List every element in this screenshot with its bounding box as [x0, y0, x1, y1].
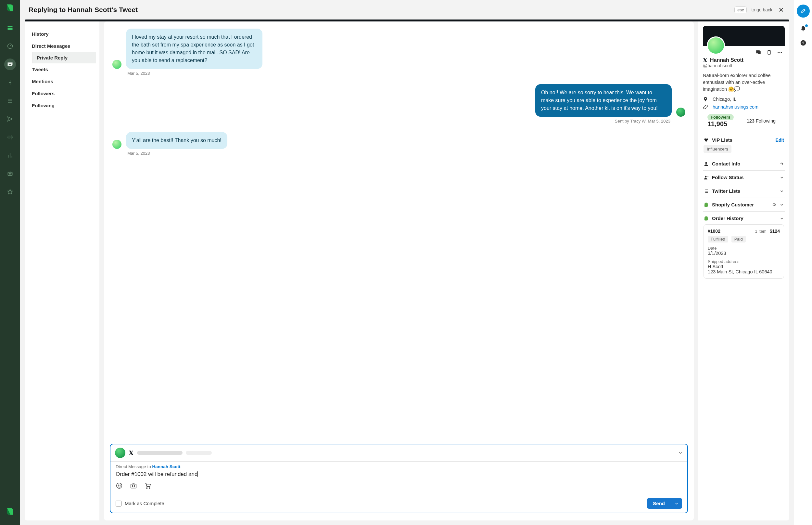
- nav-publishing-icon[interactable]: [4, 22, 16, 34]
- chevron-down-icon[interactable]: [678, 451, 683, 455]
- section-vip-lists: VIP Lists Edit Influencers: [703, 133, 785, 157]
- nav-listening-icon[interactable]: [4, 131, 16, 143]
- message-icon[interactable]: [755, 49, 761, 55]
- message-thread[interactable]: I loved my stay at your resort so much t…: [110, 29, 688, 444]
- following-label: Following: [756, 118, 776, 123]
- profile-location: Chicago, IL: [713, 96, 736, 102]
- conversation-tabs: History Direct Messages Private Reply Tw…: [25, 21, 99, 521]
- order-status-fulfilled: Fulfilled: [708, 236, 728, 242]
- order-card[interactable]: #1002 1 item $124 Fulfilled Paid Date 3/…: [703, 224, 784, 279]
- section-order-history: Order History #1002 1 item $124 Fulf: [703, 211, 785, 283]
- message-in: Y'all are the best!! Thank you so much!: [112, 132, 685, 149]
- esc-key-hint: esc: [734, 6, 747, 13]
- chevron-down-icon: [780, 189, 784, 193]
- person-icon: [703, 161, 709, 166]
- edit-link[interactable]: Edit: [776, 137, 784, 143]
- notification-badge: [805, 25, 808, 27]
- order-price: $124: [770, 228, 780, 234]
- profile-website-link[interactable]: hannahsmusings.com: [713, 104, 759, 109]
- section-twitter-lists[interactable]: Twitter Lists: [703, 184, 785, 198]
- context-recipient-link[interactable]: Hannah Scott: [152, 464, 181, 469]
- profile-name: Hannah Scott: [710, 57, 744, 63]
- more-options-icon[interactable]: [777, 49, 783, 55]
- clipboard-icon[interactable]: [766, 49, 772, 55]
- profile-website-row: hannahsmusings.com: [703, 104, 785, 109]
- nav-feeds-icon[interactable]: [4, 95, 16, 107]
- tab-followers[interactable]: Followers: [28, 88, 96, 100]
- order-item-count: 1 item: [755, 229, 766, 234]
- nav-pin-icon[interactable]: [4, 77, 16, 88]
- main-area: Replying to Hannah Scott's Tweet esc to …: [20, 0, 794, 525]
- nav-dashboard-icon[interactable]: [4, 40, 16, 52]
- svg-point-14: [780, 52, 781, 53]
- order-ship-label: Shipped address: [708, 259, 780, 264]
- message-out: Oh no!! We are so sorry to hear this. We…: [112, 84, 685, 117]
- compose-button[interactable]: [797, 4, 810, 17]
- emoji-picker-icon[interactable]: [115, 482, 123, 489]
- following-count: 123: [747, 118, 754, 123]
- message-in: I loved my stay at your resort so much t…: [112, 29, 685, 69]
- svg-point-10: [149, 487, 150, 489]
- section-title: Order History: [712, 215, 744, 221]
- camera-attachment-icon[interactable]: [130, 482, 137, 489]
- section-header[interactable]: VIP Lists Edit: [703, 137, 784, 143]
- svg-point-4: [116, 483, 122, 489]
- x-platform-icon: [129, 450, 134, 455]
- shopping-cart-icon[interactable]: [144, 482, 151, 489]
- close-icon[interactable]: [777, 5, 785, 14]
- profile-bio: Natural-born explorer and coffee enthusi…: [703, 72, 785, 93]
- x-platform-icon: [703, 58, 707, 62]
- contact-avatar-icon: [112, 140, 122, 149]
- svg-point-17: [705, 176, 706, 177]
- section-header[interactable]: Order History: [703, 215, 784, 221]
- tab-private-reply[interactable]: Private Reply: [32, 52, 96, 63]
- composer-footer: Mark as Complete Send: [110, 494, 687, 513]
- section-title: VIP Lists: [712, 137, 732, 143]
- vip-tag[interactable]: Influencers: [703, 145, 732, 153]
- svg-point-5: [118, 485, 119, 485]
- tab-following[interactable]: Following: [28, 100, 96, 111]
- svg-point-13: [778, 52, 779, 53]
- section-shopify-customer[interactable]: Shopify Customer: [703, 198, 785, 211]
- section-follow-status[interactable]: Follow Status: [703, 170, 785, 184]
- help-icon[interactable]: ?: [800, 40, 807, 46]
- gear-icon[interactable]: [771, 202, 776, 207]
- link-icon: [703, 104, 709, 109]
- message-timestamp: Mar 5, 2023: [127, 151, 685, 156]
- self-avatar-icon: [676, 108, 685, 117]
- diamond-icon: [703, 137, 709, 143]
- send-options-button[interactable]: [671, 498, 682, 509]
- main-nav-rail: [0, 0, 20, 525]
- following-stat: 123 Following: [747, 118, 776, 123]
- svg-point-15: [781, 52, 782, 53]
- notifications-icon[interactable]: [800, 25, 807, 32]
- utility-rail: ?: [794, 0, 812, 525]
- message-sent-by: Sent by Tracy W. Mar 5, 2023: [112, 119, 670, 123]
- nav-bot-icon[interactable]: [4, 168, 16, 179]
- mark-complete-checkbox[interactable]: Mark as Complete: [115, 500, 165, 507]
- section-contact-info[interactable]: Contact Info: [703, 157, 785, 170]
- reply-composer: Direct Message to Hannah Scott Order #10…: [110, 444, 688, 513]
- mark-complete-input[interactable]: [115, 500, 122, 507]
- send-button[interactable]: Send: [647, 498, 671, 509]
- tab-tweets[interactable]: Tweets: [28, 63, 96, 75]
- mark-complete-label: Mark as Complete: [125, 500, 165, 506]
- composer-textarea[interactable]: Order #1002 will be refunded and: [110, 469, 687, 482]
- nav-send-icon[interactable]: [4, 113, 16, 125]
- follow-icon: [703, 175, 709, 180]
- contact-avatar-icon: [112, 60, 122, 69]
- composer-header[interactable]: [110, 445, 687, 461]
- profile-location-row: Chicago, IL: [703, 96, 785, 102]
- account-placeholder: [186, 451, 212, 455]
- profile-panel: Hannah Scott @hannahscott Natural-born e…: [698, 21, 789, 521]
- sprout-footer-logo-icon: [5, 507, 15, 516]
- message-bubble: I loved my stay at your resort so much t…: [126, 29, 263, 69]
- tab-direct-messages[interactable]: Direct Messages: [28, 40, 96, 52]
- tab-mentions[interactable]: Mentions: [28, 75, 96, 88]
- chevron-down-icon: [780, 175, 784, 180]
- nav-reviews-icon[interactable]: [4, 186, 16, 198]
- nav-reports-icon[interactable]: [4, 150, 16, 161]
- chevron-down-icon: [780, 216, 784, 221]
- tab-history[interactable]: History: [28, 28, 96, 40]
- nav-inbox-icon[interactable]: [4, 59, 16, 70]
